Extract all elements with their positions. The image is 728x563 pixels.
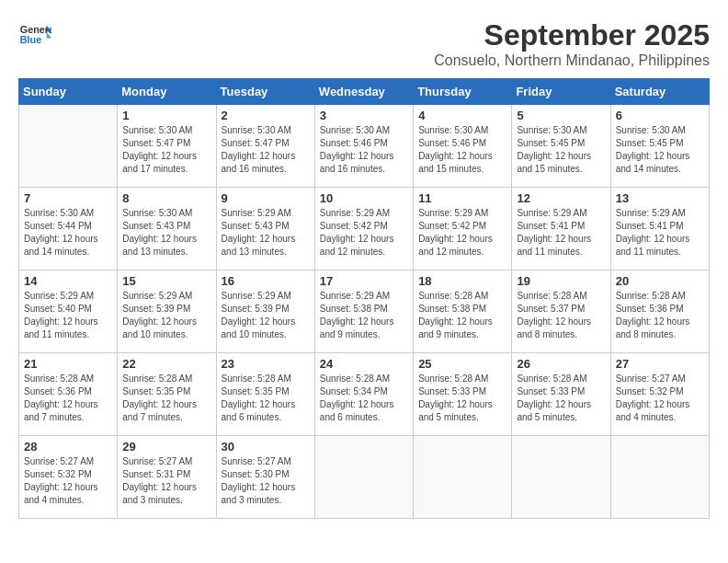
weekday-header-sunday: Sunday (19, 79, 118, 105)
day-number: 3 (320, 109, 408, 122)
day-info: Sunrise: 5:30 AMSunset: 5:45 PMDaylight:… (517, 124, 605, 176)
day-info: Sunrise: 5:29 AMSunset: 5:43 PMDaylight:… (222, 207, 310, 259)
day-info: Sunrise: 5:27 AMSunset: 5:32 PMDaylight:… (24, 455, 112, 507)
day-number: 9 (222, 191, 310, 205)
day-info: Sunrise: 5:30 AMSunset: 5:47 PMDaylight:… (222, 124, 310, 176)
day-number: 29 (122, 440, 210, 454)
day-info: Sunrise: 5:29 AMSunset: 5:38 PMDaylight:… (320, 290, 408, 341)
calendar-cell: 14Sunrise: 5:29 AMSunset: 5:40 PMDayligh… (19, 270, 118, 353)
calendar-cell (414, 436, 512, 519)
day-number: 16 (222, 274, 310, 288)
day-number: 13 (616, 191, 704, 205)
day-number: 25 (418, 357, 506, 371)
calendar-cell: 26Sunrise: 5:28 AMSunset: 5:33 PMDayligh… (512, 353, 610, 436)
day-info: Sunrise: 5:30 AMSunset: 5:44 PMDaylight:… (24, 207, 112, 259)
calendar-cell: 10Sunrise: 5:29 AMSunset: 5:42 PMDayligh… (314, 188, 413, 270)
day-number: 28 (24, 440, 112, 454)
calendar-cell: 19Sunrise: 5:28 AMSunset: 5:37 PMDayligh… (512, 270, 610, 353)
calendar-cell: 11Sunrise: 5:29 AMSunset: 5:42 PMDayligh… (414, 188, 512, 270)
calendar-cell: 23Sunrise: 5:28 AMSunset: 5:35 PMDayligh… (216, 353, 314, 436)
day-info: Sunrise: 5:29 AMSunset: 5:39 PMDaylight:… (122, 290, 210, 341)
day-number: 1 (122, 109, 210, 122)
weekday-header-monday: Monday (118, 79, 216, 105)
weekday-header-row: SundayMondayTuesdayWednesdayThursdayFrid… (19, 79, 710, 105)
day-info: Sunrise: 5:28 AMSunset: 5:33 PMDaylight:… (418, 373, 506, 424)
calendar: SundayMondayTuesdayWednesdayThursdayFrid… (18, 78, 710, 519)
day-number: 10 (320, 191, 408, 205)
day-number: 14 (24, 274, 112, 288)
calendar-cell: 4Sunrise: 5:30 AMSunset: 5:46 PMDaylight… (414, 105, 512, 188)
calendar-cell: 12Sunrise: 5:29 AMSunset: 5:41 PMDayligh… (512, 188, 610, 270)
day-info: Sunrise: 5:28 AMSunset: 5:38 PMDaylight:… (418, 290, 506, 341)
day-info: Sunrise: 5:28 AMSunset: 5:35 PMDaylight:… (122, 373, 210, 424)
day-info: Sunrise: 5:30 AMSunset: 5:46 PMDaylight:… (320, 124, 408, 176)
calendar-cell: 3Sunrise: 5:30 AMSunset: 5:46 PMDaylight… (314, 105, 413, 188)
title-section: September 2025 Consuelo, Northern Mindan… (434, 18, 710, 69)
day-info: Sunrise: 5:29 AMSunset: 5:40 PMDaylight:… (24, 290, 112, 341)
calendar-cell: 18Sunrise: 5:28 AMSunset: 5:38 PMDayligh… (414, 270, 512, 353)
day-info: Sunrise: 5:29 AMSunset: 5:41 PMDaylight:… (616, 207, 704, 259)
day-info: Sunrise: 5:27 AMSunset: 5:32 PMDaylight:… (616, 373, 704, 424)
calendar-cell: 6Sunrise: 5:30 AMSunset: 5:45 PMDaylight… (610, 105, 709, 188)
calendar-cell: 20Sunrise: 5:28 AMSunset: 5:36 PMDayligh… (610, 270, 709, 353)
calendar-cell: 16Sunrise: 5:29 AMSunset: 5:39 PMDayligh… (216, 270, 314, 353)
weekday-header-friday: Friday (512, 79, 610, 105)
day-number: 24 (320, 357, 408, 371)
calendar-cell: 22Sunrise: 5:28 AMSunset: 5:35 PMDayligh… (118, 353, 216, 436)
weekday-header-thursday: Thursday (414, 79, 512, 105)
day-number: 17 (320, 274, 408, 288)
calendar-cell: 5Sunrise: 5:30 AMSunset: 5:45 PMDaylight… (512, 105, 610, 188)
day-info: Sunrise: 5:29 AMSunset: 5:41 PMDaylight:… (517, 207, 605, 259)
calendar-cell: 7Sunrise: 5:30 AMSunset: 5:44 PMDaylight… (19, 188, 118, 270)
calendar-cell: 29Sunrise: 5:27 AMSunset: 5:31 PMDayligh… (118, 436, 216, 519)
month-year: September 2025 (434, 18, 710, 52)
day-number: 12 (517, 191, 605, 205)
day-info: Sunrise: 5:29 AMSunset: 5:39 PMDaylight:… (222, 290, 310, 341)
day-number: 23 (222, 357, 310, 371)
week-row-1: 1Sunrise: 5:30 AMSunset: 5:47 PMDaylight… (19, 105, 710, 188)
day-info: Sunrise: 5:28 AMSunset: 5:36 PMDaylight:… (24, 373, 112, 424)
calendar-cell: 9Sunrise: 5:29 AMSunset: 5:43 PMDaylight… (216, 188, 314, 270)
weekday-header-wednesday: Wednesday (314, 79, 413, 105)
day-number: 11 (418, 191, 506, 205)
calendar-cell: 28Sunrise: 5:27 AMSunset: 5:32 PMDayligh… (19, 436, 118, 519)
week-row-3: 14Sunrise: 5:29 AMSunset: 5:40 PMDayligh… (19, 270, 710, 353)
day-number: 27 (616, 357, 704, 371)
calendar-cell: 15Sunrise: 5:29 AMSunset: 5:39 PMDayligh… (118, 270, 216, 353)
calendar-cell: 8Sunrise: 5:30 AMSunset: 5:43 PMDaylight… (118, 188, 216, 270)
day-info: Sunrise: 5:30 AMSunset: 5:47 PMDaylight:… (122, 124, 210, 176)
day-number: 20 (616, 274, 704, 288)
week-row-2: 7Sunrise: 5:30 AMSunset: 5:44 PMDaylight… (19, 188, 710, 270)
day-number: 15 (122, 274, 210, 288)
calendar-cell: 25Sunrise: 5:28 AMSunset: 5:33 PMDayligh… (414, 353, 512, 436)
calendar-cell: 13Sunrise: 5:29 AMSunset: 5:41 PMDayligh… (610, 188, 709, 270)
day-number: 18 (418, 274, 506, 288)
day-info: Sunrise: 5:28 AMSunset: 5:37 PMDaylight:… (517, 290, 605, 341)
day-number: 26 (517, 357, 605, 371)
week-row-5: 28Sunrise: 5:27 AMSunset: 5:32 PMDayligh… (19, 436, 710, 519)
calendar-cell: 27Sunrise: 5:27 AMSunset: 5:32 PMDayligh… (610, 353, 709, 436)
location: Consuelo, Northern Mindanao, Philippines (434, 52, 710, 69)
day-number: 21 (24, 357, 112, 371)
calendar-cell: 24Sunrise: 5:28 AMSunset: 5:34 PMDayligh… (314, 353, 413, 436)
svg-text:Blue: Blue (20, 34, 41, 45)
week-row-4: 21Sunrise: 5:28 AMSunset: 5:36 PMDayligh… (19, 353, 710, 436)
calendar-cell: 1Sunrise: 5:30 AMSunset: 5:47 PMDaylight… (118, 105, 216, 188)
calendar-cell: 17Sunrise: 5:29 AMSunset: 5:38 PMDayligh… (314, 270, 413, 353)
day-info: Sunrise: 5:29 AMSunset: 5:42 PMDaylight:… (418, 207, 506, 259)
day-number: 6 (616, 109, 704, 122)
day-number: 7 (24, 191, 112, 205)
day-info: Sunrise: 5:27 AMSunset: 5:31 PMDaylight:… (122, 455, 210, 507)
logo: General Blue (18, 18, 51, 52)
day-number: 5 (517, 109, 605, 122)
day-number: 2 (222, 109, 310, 122)
weekday-header-saturday: Saturday (610, 79, 709, 105)
day-info: Sunrise: 5:27 AMSunset: 5:30 PMDaylight:… (222, 455, 310, 507)
day-info: Sunrise: 5:30 AMSunset: 5:43 PMDaylight:… (122, 207, 210, 259)
calendar-cell: 21Sunrise: 5:28 AMSunset: 5:36 PMDayligh… (19, 353, 118, 436)
day-info: Sunrise: 5:28 AMSunset: 5:35 PMDaylight:… (222, 373, 310, 424)
day-info: Sunrise: 5:28 AMSunset: 5:36 PMDaylight:… (616, 290, 704, 341)
day-number: 19 (517, 274, 605, 288)
day-info: Sunrise: 5:28 AMSunset: 5:33 PMDaylight:… (517, 373, 605, 424)
day-number: 22 (122, 357, 210, 371)
